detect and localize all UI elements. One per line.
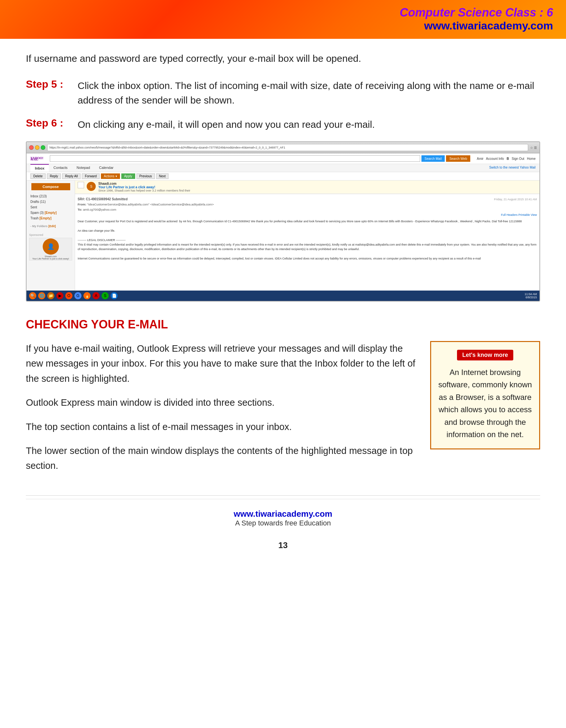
yahoo-logo-text: YAHOO! MAIL [30, 156, 43, 161]
tab-calendar[interactable]: Calendar [94, 164, 118, 172]
taskbar-icon-7[interactable]: 🔥 [83, 292, 91, 299]
paragraph-2: Outlook Express main window is divided i… [26, 395, 417, 410]
open-email-view: SR#: C1-49015069942 Submitted Friday, 21… [75, 194, 539, 264]
yahoo-nav-links: Amir Account Info B Sign Out Home [477, 157, 536, 160]
yahoo-body: Compose Inbox (213) Drafts (11) Sent Spa… [27, 181, 539, 291]
minimize-btn[interactable] [35, 145, 39, 150]
step-5-block: Step 5 : Click the inbox option. The lis… [26, 78, 540, 107]
compose-button[interactable]: Compose [31, 183, 70, 190]
ad-placeholder: 👤 Shaadi.comYour Life Partner is just a … [29, 238, 72, 260]
folder-trash[interactable]: Trash [Empty] [27, 215, 75, 221]
yahoo-logo: YAHOO! MAIL [30, 156, 43, 161]
page-footer: www.tiwariacademy.com A Step towards fre… [26, 499, 540, 534]
checking-section-heading: CHECKING YOUR E-MAIL [26, 318, 540, 331]
reply-all-button[interactable]: Reply All [62, 173, 81, 179]
taskbar-icon-10[interactable]: 📄 [111, 292, 118, 299]
open-email-to-line: To: amit.cg700@yahoo.com [78, 207, 537, 212]
step-6-content: On clicking any e-mail, it will open and… [78, 117, 375, 132]
address-text: https://in-mg61.mail.yahoo.com/neo/b/mes… [50, 146, 285, 149]
open-email-date: Friday, 21 August 2015 10:41 AM [494, 197, 537, 202]
taskbar-icon-2[interactable]: 🌐 [38, 292, 45, 299]
browser-chrome: https://in-mg61.mail.yahoo.com/neo/b/mes… [27, 142, 539, 153]
banner-title: Computer Science Class : 6 [400, 6, 553, 19]
main-content: If username and password are typed corre… [0, 39, 566, 570]
maximize-btn[interactable] [41, 145, 45, 150]
email-info: Shaadi.com Your Life Partner is just a c… [98, 182, 534, 192]
tab-contacts[interactable]: Contacts [49, 164, 72, 172]
know-more-text: An Internet browsing software, commonly … [438, 366, 533, 441]
content-with-sidebar: If you have e-mail waiting, Outlook Expr… [26, 341, 540, 482]
delete-button[interactable]: Delete [30, 173, 46, 179]
folder-drafts[interactable]: Drafts (11) [27, 199, 75, 204]
taskbar-icon-3[interactable]: 📁 [47, 292, 54, 299]
email-list-item[interactable]: S Shaadi.com Your Life Partner is just a… [75, 181, 539, 194]
taskbar-clock: 11:04 AM 6/8/2015 [525, 292, 537, 299]
taskbar: 🔍 🌐 📁 ▶ O G 🔥 A S 📄 11:04 AM 6/8/2015 [27, 291, 539, 301]
full-headers-link[interactable]: Full Headers Printable View [78, 213, 537, 217]
top-banner: Computer Science Class : 6 www.tiwariaca… [0, 0, 566, 39]
email-snippet: Since 1996, Shaadi.com has helped over 3… [98, 189, 534, 192]
taskbar-icon-6[interactable]: G [74, 292, 82, 299]
yahoo-header: YAHOO! MAIL Search Mail Search Web Amir … [27, 153, 539, 164]
email-subject: Your Life Partner is just a click away! [98, 185, 534, 189]
taskbar-icon-1[interactable]: 🔍 [29, 292, 36, 299]
my-folders-label: - My Folders [Edit] [27, 224, 75, 229]
step-6-block: Step 6 : On clicking any e-mail, it will… [26, 117, 540, 132]
step-6-label: Step 6 : [26, 117, 78, 129]
open-email-body: Dear Customer, your request for Port Out… [78, 219, 537, 261]
search-mail-button[interactable]: Search Mail [421, 155, 445, 162]
search-web-button[interactable]: Search Web [446, 155, 470, 162]
banner-text: Computer Science Class : 6 www.tiwariaca… [400, 6, 553, 32]
footer-tagline: A Step towards free Education [26, 519, 540, 527]
yahoo-search-area: Search Mail Search Web [50, 155, 470, 162]
tab-notepad[interactable]: Notepad [72, 164, 95, 172]
email-sender-avatar: S [87, 182, 96, 191]
step-5-label: Step 5 : [26, 78, 78, 90]
ad-avatar: 👤 [43, 238, 59, 255]
taskbar-icon-8[interactable]: A [93, 292, 100, 299]
yahoo-search-input[interactable] [50, 155, 420, 162]
taskbar-icon-9[interactable]: S [102, 292, 109, 299]
open-email-from-line: From: "IdeaCustomerService@idea.adityabi… [78, 202, 537, 207]
footer-url: www.tiwariacademy.com [26, 509, 540, 519]
know-more-badge: Let's know more [457, 350, 513, 360]
browser-actions: ☆ ☰ [530, 146, 537, 149]
email-from: Shaadi.com [98, 182, 534, 185]
sponsored-area: Sponsored 👤 Shaadi.comYour Life Partner … [27, 231, 75, 263]
folder-inbox[interactable]: Inbox (213) [27, 193, 75, 199]
intro-text: If username and password are typed corre… [26, 52, 540, 65]
email-header-row: SR#: C1-49015069942 Submitted Friday, 21… [78, 197, 537, 202]
open-email-subject: SR#: C1-49015069942 Submitted [78, 197, 128, 202]
browser-buttons [29, 145, 45, 150]
folder-spam[interactable]: Spam (3) [Empty] [27, 210, 75, 215]
email-screenshot: https://in-mg61.mail.yahoo.com/neo/b/mes… [26, 141, 540, 302]
taskbar-icon-5[interactable]: O [65, 292, 72, 299]
paragraph-3: The top section contains a list of e-mai… [26, 419, 417, 434]
ad-text: Shaadi.comYour Life Partner is just a cl… [32, 255, 69, 260]
paragraph-4: The lower section of the main window dis… [26, 443, 417, 473]
yahoo-email-main: S Shaadi.com Your Life Partner is just a… [75, 181, 539, 291]
step-5-content: Click the inbox option. The list of inco… [78, 78, 540, 107]
reply-button[interactable]: Reply [47, 173, 61, 179]
apply-button[interactable]: Apply [121, 173, 135, 179]
main-text-area: If you have e-mail waiting, Outlook Expr… [26, 341, 417, 482]
tab-inbox[interactable]: Inbox [30, 164, 49, 172]
email-checkbox[interactable] [78, 182, 84, 188]
taskbar-icon-4[interactable]: ▶ [56, 292, 63, 299]
know-more-box: Let's know more An Internet browsing sof… [430, 341, 540, 449]
paragraph-1: If you have e-mail waiting, Outlook Expr… [26, 341, 417, 386]
yahoo-toolbar: Delete Reply Reply All Forward Actions ▾… [27, 172, 539, 181]
yahoo-switch-link[interactable]: Switch to the newest Yahoo Mail [489, 164, 536, 172]
next-button[interactable]: Next [156, 173, 169, 179]
footer-divider [26, 495, 540, 496]
page-number: 13 [26, 540, 540, 557]
actions-button[interactable]: Actions ▾ [101, 173, 120, 179]
previous-button[interactable]: Previous [137, 173, 155, 179]
forward-button[interactable]: Forward [82, 173, 100, 179]
close-btn[interactable] [29, 145, 34, 150]
yahoo-tabs: Inbox Contacts Notepad Calendar Switch t… [27, 164, 539, 172]
banner-url: www.tiwariacademy.com [400, 19, 553, 32]
browser-address-bar[interactable]: https://in-mg61.mail.yahoo.com/neo/b/mes… [47, 144, 528, 151]
folder-sent[interactable]: Sent [27, 204, 75, 210]
yahoo-sidebar: Compose Inbox (213) Drafts (11) Sent Spa… [27, 181, 75, 291]
